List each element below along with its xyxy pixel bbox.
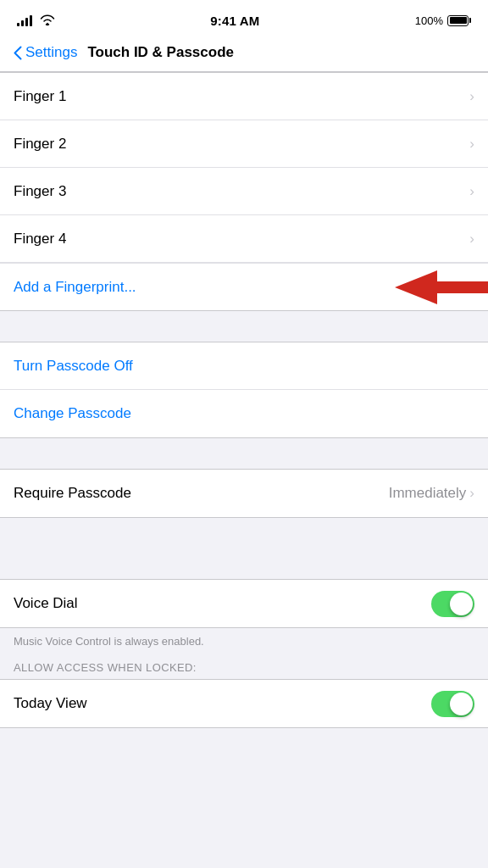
status-right: 100%	[415, 14, 471, 27]
back-label: Settings	[25, 44, 77, 61]
today-view-toggle[interactable]	[431, 691, 474, 717]
finger-3-item[interactable]: Finger 3 ›	[0, 168, 488, 215]
status-time: 9:41 AM	[210, 14, 259, 28]
red-arrow-annotation	[395, 266, 488, 309]
voice-dial-row: Voice Dial	[0, 580, 488, 627]
chevron-left-icon	[14, 46, 22, 60]
gap-2	[0, 438, 488, 469]
add-fingerprint-item[interactable]: Add a Fingerprint...	[0, 263, 488, 310]
finger-1-label: Finger 1	[14, 88, 66, 105]
finger-3-chevron: ›	[469, 183, 474, 200]
signal-icon	[17, 14, 32, 26]
change-passcode-item[interactable]: Change Passcode	[0, 390, 488, 437]
require-passcode-group: Require Passcode Immediately ›	[0, 469, 488, 518]
today-view-toggle-knob	[450, 693, 473, 715]
wifi-icon	[40, 14, 55, 26]
status-left	[17, 14, 55, 26]
battery-percent: 100%	[415, 14, 443, 27]
gap-3	[0, 518, 488, 548]
gap-1	[0, 311, 488, 342]
finger-1-item[interactable]: Finger 1 ›	[0, 73, 488, 120]
finger-2-label: Finger 2	[14, 136, 66, 153]
finger-4-item[interactable]: Finger 4 ›	[0, 215, 488, 263]
back-button[interactable]: Settings	[14, 44, 77, 61]
svg-point-0	[47, 24, 48, 25]
voice-dial-description: Music Voice Control is always enabled.	[0, 628, 488, 654]
fingerprints-group: Finger 1 › Finger 2 › Finger 3 › Finger …	[0, 72, 488, 311]
nav-bar: Settings Touch ID & Passcode	[0, 37, 488, 72]
require-passcode-chevron: ›	[469, 485, 474, 502]
require-passcode-value: Immediately	[389, 485, 467, 502]
add-fingerprint-label: Add a Fingerprint...	[14, 279, 136, 296]
require-passcode-item[interactable]: Require Passcode Immediately ›	[0, 470, 488, 517]
finger-4-chevron: ›	[469, 231, 474, 248]
today-view-group: Today View	[0, 679, 488, 728]
today-view-label: Today View	[14, 695, 87, 712]
passcode-group: Turn Passcode Off Change Passcode	[0, 342, 488, 438]
turn-passcode-off-item[interactable]: Turn Passcode Off	[0, 342, 488, 390]
turn-passcode-off-label: Turn Passcode Off	[14, 358, 133, 375]
finger-1-chevron: ›	[469, 88, 474, 105]
page-title: Touch ID & Passcode	[87, 44, 234, 61]
voice-dial-toggle[interactable]	[431, 591, 474, 617]
battery-icon	[447, 15, 471, 26]
svg-marker-1	[395, 270, 488, 304]
finger-2-item[interactable]: Finger 2 ›	[0, 120, 488, 168]
status-bar: 9:41 AM 100%	[0, 0, 488, 37]
today-view-row: Today View	[0, 680, 488, 727]
voice-dial-label: Voice Dial	[14, 595, 78, 612]
voice-dial-toggle-knob	[450, 593, 473, 615]
require-passcode-value-area: Immediately ›	[389, 485, 474, 502]
require-passcode-label: Require Passcode	[14, 485, 131, 502]
change-passcode-label: Change Passcode	[14, 405, 131, 422]
voice-dial-group: Voice Dial	[0, 579, 488, 628]
finger-3-label: Finger 3	[14, 183, 66, 200]
finger-2-chevron: ›	[469, 136, 474, 153]
allow-access-header: ALLOW ACCESS WHEN LOCKED:	[0, 654, 488, 679]
finger-4-label: Finger 4	[14, 231, 66, 248]
